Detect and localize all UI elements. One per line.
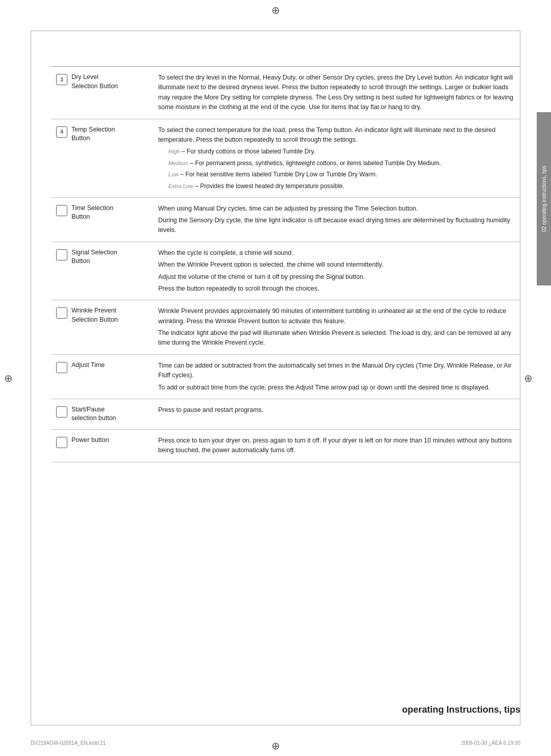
side-tab: 02 operating instructions, tips <box>537 112 551 285</box>
button-icon-wrinkle-prevent[interactable] <box>56 307 67 319</box>
desc-paragraph: To select the correct temperature for th… <box>158 125 515 145</box>
desc-cell-adjust-time: Time can be added or subtracted from the… <box>153 354 520 399</box>
temp-label: Medium <box>168 160 188 166</box>
desc-paragraph: Press the button repeatedly to scroll th… <box>158 284 515 294</box>
footer-title: operating Instructions, tips <box>402 705 520 715</box>
desc-paragraph: When the Wrinkle Prevent option is selec… <box>158 260 515 270</box>
footer-right: 2009-01-30 ¿ÀÈÀ 6:19:30 <box>461 740 520 746</box>
temp-label: Low <box>168 171 179 177</box>
table-row-temp-selection: 4Temp SelectionButtonTo select the corre… <box>51 119 520 197</box>
label-cell-signal-selection: Signal SelectionButton <box>51 242 153 300</box>
label-text-power-button: Power button <box>71 436 109 445</box>
table-row-signal-selection: Signal SelectionButtonWhen the cycle is … <box>51 242 520 300</box>
reg-mark-right: ⊕ <box>524 372 533 384</box>
desc-paragraph: When using Manual Dry cycles, time can b… <box>158 204 515 214</box>
button-icon-start-pause[interactable] <box>56 406 67 418</box>
temp-item: Extra Low – Provides the lowest heated d… <box>158 181 515 191</box>
left-border-line <box>31 31 31 725</box>
button-icon-dry-level[interactable]: 3 <box>56 74 67 85</box>
button-icon-adjust-time[interactable] <box>56 362 67 373</box>
label-cell-dry-level: 3Dry LevelSelection Button <box>51 67 153 119</box>
desc-paragraph: Time can be added or subtracted from the… <box>158 361 515 381</box>
table-row-power-button: Power buttonPress once to turn your drye… <box>51 429 520 462</box>
table-row-start-pause: Start/Pauseselection buttonPress to paus… <box>51 399 520 429</box>
label-cell-wrinkle-prevent: Wrinkle PreventSelection Button <box>51 300 153 355</box>
desc-paragraph: Wrinkle Prevent provides approximately 9… <box>158 306 515 326</box>
label-text-time-selection: Time SelectionButton <box>71 204 113 222</box>
footer-bar <box>31 725 520 725</box>
label-text-dry-level: Dry LevelSelection Button <box>71 73 118 91</box>
reg-mark-top: ⊕ <box>271 4 280 16</box>
desc-cell-wrinkle-prevent: Wrinkle Prevent provides approximately 9… <box>153 300 520 355</box>
top-border-line <box>31 31 520 31</box>
desc-paragraph: To select the dry level in the Normal, H… <box>158 73 515 113</box>
label-text-start-pause: Start/Pauseselection button <box>71 405 116 423</box>
desc-paragraph: Adjust the volume of the chime or turn i… <box>158 272 515 282</box>
desc-cell-time-selection: When using Manual Dry cycles, time can b… <box>153 197 520 242</box>
desc-cell-power-button: Press once to turn your dryer on, press … <box>153 429 520 462</box>
side-tab-label: 02 operating instructions, tips <box>541 166 547 232</box>
footer-bottom: DV219AGW-02691A_EN.indd 21 2009-01-30 ¿À… <box>31 740 520 746</box>
info-table: 3Dry LevelSelection ButtonTo select the … <box>51 66 520 462</box>
button-icon-signal-selection[interactable] <box>56 249 67 260</box>
label-text-adjust-time: Adjust Time <box>71 361 105 370</box>
desc-paragraph: The indicator light above the pad will i… <box>158 328 515 348</box>
table-row-time-selection: Time SelectionButtonWhen using Manual Dr… <box>51 197 520 242</box>
button-icon-time-selection[interactable] <box>56 205 67 216</box>
label-cell-time-selection: Time SelectionButton <box>51 197 153 242</box>
reg-mark-left: ⊕ <box>4 372 13 384</box>
label-cell-power-button: Power button <box>51 429 153 462</box>
label-text-temp-selection: Temp SelectionButton <box>71 125 115 143</box>
button-icon-temp-selection[interactable]: 4 <box>56 126 67 138</box>
desc-paragraph: Press once to turn your dryer on, press … <box>158 436 515 456</box>
footer-left: DV219AGW-02691A_EN.indd 21 <box>31 740 106 746</box>
table-row-wrinkle-prevent: Wrinkle PreventSelection ButtonWrinkle P… <box>51 300 520 355</box>
label-text-signal-selection: Signal SelectionButton <box>71 248 117 266</box>
desc-cell-dry-level: To select the dry level in the Normal, H… <box>153 67 520 119</box>
main-content: 3Dry LevelSelection ButtonTo select the … <box>51 66 520 705</box>
label-cell-temp-selection: 4Temp SelectionButton <box>51 119 153 197</box>
desc-paragraph: During the Sensory Dry cycle, the time l… <box>158 216 515 236</box>
desc-cell-signal-selection: When the cycle is complete, a chime will… <box>153 242 520 300</box>
table-row-dry-level: 3Dry LevelSelection ButtonTo select the … <box>51 67 520 119</box>
temp-label: High <box>168 148 180 154</box>
desc-paragraph: To add or subtract time from the cycle, … <box>158 383 515 393</box>
desc-cell-temp-selection: To select the correct temperature for th… <box>153 119 520 197</box>
label-cell-adjust-time: Adjust Time <box>51 354 153 399</box>
temp-item: Medium – For permanent press, synthetics… <box>158 159 515 168</box>
table-row-adjust-time: Adjust TimeTime can be added or subtract… <box>51 354 520 399</box>
temp-item: High – For sturdy cottons or those label… <box>158 147 515 157</box>
desc-paragraph: When the cycle is complete, a chime will… <box>158 248 515 258</box>
label-cell-start-pause: Start/Pauseselection button <box>51 399 153 429</box>
temp-item: Low – For heat sensitive items labeled T… <box>158 170 515 179</box>
desc-paragraph: Press to pause and restart programs. <box>158 405 515 415</box>
label-text-wrinkle-prevent: Wrinkle PreventSelection Button <box>71 306 118 324</box>
page-wrapper: ⊕ ⊕ ⊕ ⊕ 02 operating instructions, tips … <box>0 0 551 756</box>
button-icon-power-button[interactable] <box>56 437 67 448</box>
desc-cell-start-pause: Press to pause and restart programs. <box>153 399 520 429</box>
temp-label: Extra Low <box>168 183 193 189</box>
